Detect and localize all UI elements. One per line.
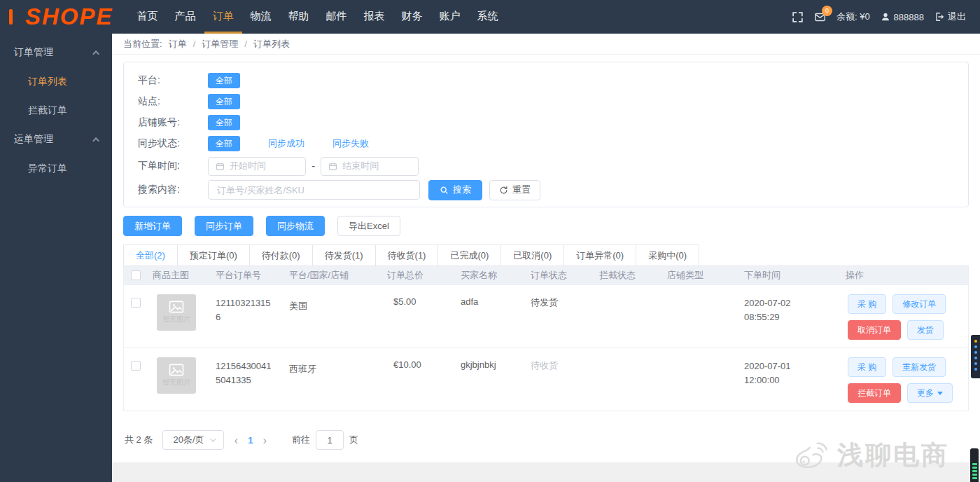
shop-type: [662, 348, 739, 411]
fullscreen-icon[interactable]: [792, 11, 804, 23]
order-status: 待收货: [526, 348, 594, 411]
nav-item-orders[interactable]: 订单: [204, 0, 242, 34]
filter-panel: 平台: 全部 站点: 全部 店铺账号: 全部 同步状态: 全部 同步成功: [123, 62, 969, 207]
more-button[interactable]: 更多: [907, 383, 953, 403]
order-country: 西班牙: [289, 363, 375, 376]
search-icon: [440, 186, 449, 195]
nav-item-finance[interactable]: 财务: [393, 0, 431, 34]
image-icon: [169, 301, 184, 313]
breadcrumb-item[interactable]: 订单: [169, 38, 187, 50]
sync-all-button[interactable]: 全部: [208, 136, 240, 151]
breadcrumb-prefix: 当前位置:: [123, 38, 162, 50]
purchase-button[interactable]: 采 购: [848, 357, 886, 377]
search-input[interactable]: [208, 180, 420, 200]
logo[interactable]: SHOPE: [25, 1, 113, 32]
tab-purchasing[interactable]: 采购中(0): [636, 245, 699, 266]
edit-order-button[interactable]: 修改订单: [892, 294, 946, 314]
nav-item-logistics[interactable]: 物流: [242, 0, 280, 34]
tab-to-ship[interactable]: 待发货(1): [313, 245, 376, 266]
notifications[interactable]: 0: [814, 11, 826, 23]
table-row: 暂无图片 121103213156 美国 $5.00 adfa 待发货 2020…: [124, 284, 968, 347]
app-window: SHOPE 首页 产品 订单 物流 帮助 邮件 报表 财务 账户 系统 0 余额…: [0, 0, 980, 482]
breadcrumb-separator: /: [244, 39, 247, 49]
order-country: 美国: [289, 300, 375, 312]
shop-type: [662, 285, 739, 347]
content: 平台: 全部 站点: 全部 店铺账号: 全部 同步状态: 全部 同步成功: [112, 55, 980, 462]
sync-fail-filter[interactable]: 同步失败: [332, 137, 369, 150]
sync-success-filter[interactable]: 同步成功: [268, 137, 304, 150]
nav-item-help[interactable]: 帮助: [280, 0, 318, 34]
site-all-button[interactable]: 全部: [208, 94, 240, 109]
intercept-order-button[interactable]: 拦截订单: [848, 383, 901, 403]
end-time-placeholder: 结束时间: [342, 160, 379, 172]
search-content-label: 搜索内容:: [138, 184, 208, 196]
tab-completed[interactable]: 已完成(0): [438, 245, 501, 266]
purchase-button[interactable]: 采 购: [848, 294, 886, 314]
sidebar-item-order-list[interactable]: 订单列表: [0, 67, 112, 96]
sync-status-label: 同步状态:: [138, 137, 208, 150]
tab-preorder[interactable]: 预定订单(0): [178, 245, 250, 266]
sidebar-item-abnormal-orders[interactable]: 异常订单: [0, 154, 112, 183]
ship-button[interactable]: 发货: [907, 320, 944, 340]
nav-item-mail[interactable]: 邮件: [318, 0, 356, 34]
order-date: 2020-07-02: [744, 296, 834, 310]
sidebar-group-waybill-management[interactable]: 运单管理: [0, 125, 112, 154]
end-time-input[interactable]: 结束时间: [321, 157, 419, 176]
sidebar-group-order-management[interactable]: 订单管理: [0, 38, 112, 67]
shop-all-button[interactable]: 全部: [208, 115, 240, 130]
sidebar-group-label: 运单管理: [14, 133, 53, 146]
start-time-input[interactable]: 开始时间: [208, 157, 306, 176]
sidebar-item-intercept-orders[interactable]: 拦截订单: [0, 96, 112, 125]
next-page-button[interactable]: ›: [262, 434, 267, 446]
page-unit-label: 页: [349, 434, 358, 446]
col-header-actions: 操作: [841, 269, 968, 282]
sync-logistics-button[interactable]: 同步物流: [266, 216, 325, 236]
reset-button[interactable]: 重置: [489, 180, 540, 200]
intercept-status: [594, 348, 662, 411]
order-date: 2020-07-01: [744, 359, 834, 373]
tab-pending-payment[interactable]: 待付款(0): [250, 245, 313, 266]
reship-button[interactable]: 重新发货: [892, 357, 946, 377]
action-bar: 新增订单 同步订单 同步物流 导出Excel: [123, 216, 969, 236]
tab-shipped[interactable]: 待收货(1): [376, 245, 439, 266]
order-number: 121564300415041335: [211, 348, 284, 411]
breadcrumb-item[interactable]: 订单列表: [253, 38, 290, 50]
logout-button[interactable]: 退出: [934, 11, 966, 23]
cancel-order-button[interactable]: 取消订单: [848, 320, 901, 340]
nav-item-reports[interactable]: 报表: [356, 0, 393, 34]
nav-item-account[interactable]: 账户: [431, 0, 469, 34]
main-nav: 首页 产品 订单 物流 帮助 邮件 报表 财务 账户 系统: [129, 0, 507, 34]
user-menu[interactable]: 888888: [881, 12, 924, 22]
collapse-menu-icon[interactable]: [9, 9, 13, 25]
add-order-button[interactable]: 新增订单: [123, 216, 182, 236]
tab-all[interactable]: 全部(2): [123, 245, 178, 266]
page-size-select[interactable]: 20条/页: [162, 430, 224, 450]
tab-cancelled[interactable]: 已取消(0): [501, 245, 564, 266]
nav-item-system[interactable]: 系统: [469, 0, 507, 34]
export-excel-button[interactable]: 导出Excel: [337, 216, 400, 236]
platform-all-button[interactable]: 全部: [208, 73, 240, 88]
row-checkbox[interactable]: [131, 361, 141, 371]
col-header-status: 订单状态: [526, 269, 594, 282]
order-total: €10.00: [382, 348, 456, 411]
tab-abnormal[interactable]: 订单异常(0): [564, 245, 636, 266]
order-time: 2020-07-02 08:55:29: [739, 285, 841, 347]
current-page[interactable]: 1: [248, 435, 253, 446]
select-all-checkbox[interactable]: [131, 270, 141, 280]
search-button[interactable]: 搜索: [428, 180, 482, 200]
row-checkbox[interactable]: [131, 298, 141, 308]
breadcrumb-item[interactable]: 订单管理: [202, 38, 238, 50]
breadcrumb-separator: /: [193, 39, 196, 49]
range-separator: -: [312, 160, 315, 172]
sync-orders-button[interactable]: 同步订单: [195, 216, 253, 236]
start-time-placeholder: 开始时间: [230, 160, 266, 172]
level-meter-widget: [970, 448, 979, 482]
prev-page-button[interactable]: ‹: [234, 434, 238, 446]
col-header-total: 订单总价: [382, 269, 456, 282]
nav-item-home[interactable]: 首页: [129, 0, 167, 34]
nav-item-products[interactable]: 产品: [167, 0, 204, 34]
shop-account-label: 店铺账号:: [138, 116, 208, 129]
topbar-right: 0 余额: ¥0 888888 退出: [792, 11, 980, 23]
buyer-name: adfa: [456, 285, 526, 347]
goto-page-input[interactable]: [316, 430, 344, 450]
